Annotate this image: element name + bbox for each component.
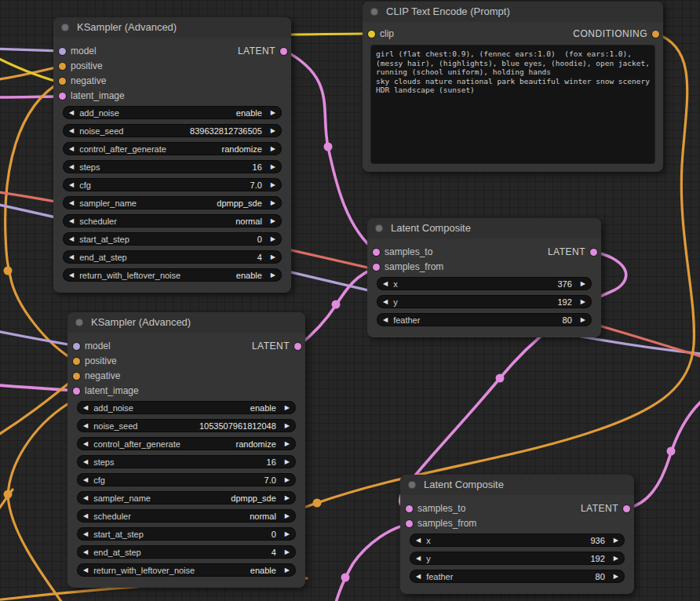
widget-end_at_step[interactable]: ◀end_at_step4▶ <box>77 545 296 559</box>
collapse-dot-icon[interactable] <box>75 319 83 326</box>
input-port-positive[interactable] <box>59 63 66 70</box>
widget-steps[interactable]: ◀steps16▶ <box>77 455 296 468</box>
widget-left-arrow-icon[interactable]: ◀ <box>69 178 74 191</box>
widget-control_after_generate[interactable]: ◀control_after_generaterandomize▶ <box>77 437 296 450</box>
input-port-clip[interactable] <box>368 31 375 38</box>
node-title-bar[interactable]: Latent Composite <box>367 218 601 239</box>
widget-left-arrow-icon[interactable]: ◀ <box>83 455 88 468</box>
input-port-model[interactable] <box>59 48 66 55</box>
widget-right-arrow-icon[interactable]: ▶ <box>271 250 275 264</box>
link-midpoint-dot[interactable] <box>324 143 333 151</box>
node-title-bar[interactable]: KSampler (Advanced) <box>53 17 291 38</box>
widget-right-arrow-icon[interactable]: ▶ <box>285 545 290 559</box>
widget-right-arrow-icon[interactable]: ▶ <box>614 570 618 583</box>
collapse-dot-icon[interactable] <box>375 224 383 232</box>
link-midpoint-dot[interactable] <box>313 499 322 508</box>
widget-right-arrow-icon[interactable]: ▶ <box>285 563 290 577</box>
widget-left-arrow-icon[interactable]: ◀ <box>83 527 88 541</box>
widget-left-arrow-icon[interactable]: ◀ <box>69 160 74 173</box>
widget-left-arrow-icon[interactable]: ◀ <box>383 295 388 308</box>
widget-right-arrow-icon[interactable]: ▶ <box>285 527 290 541</box>
widget-right-arrow-icon[interactable]: ▶ <box>271 142 275 155</box>
link-midpoint-dot[interactable] <box>496 374 505 383</box>
input-port-negative[interactable] <box>73 373 80 380</box>
widget-left-arrow-icon[interactable]: ◀ <box>383 277 388 290</box>
widget-control_after_generate[interactable]: ◀control_after_generaterandomize▶ <box>63 142 282 155</box>
widget-right-arrow-icon[interactable]: ▶ <box>285 473 290 486</box>
widget-right-arrow-icon[interactable]: ▶ <box>285 509 290 523</box>
widget-right-arrow-icon[interactable]: ▶ <box>271 106 275 119</box>
widget-y[interactable]: ◀y192▶ <box>410 552 625 565</box>
node-title-bar[interactable]: KSampler (Advanced) <box>67 312 305 333</box>
widget-x[interactable]: ◀x376▶ <box>377 277 592 290</box>
input-port-samples_to[interactable] <box>406 505 413 512</box>
input-port-model[interactable] <box>73 343 80 350</box>
widget-right-arrow-icon[interactable]: ▶ <box>271 232 275 246</box>
prompt-textarea[interactable]: girl (flat chest:0.9), (fennec ears:1.0)… <box>370 45 655 164</box>
widget-left-arrow-icon[interactable]: ◀ <box>69 268 74 282</box>
collapse-dot-icon[interactable] <box>61 24 69 31</box>
widget-left-arrow-icon[interactable]: ◀ <box>83 545 88 559</box>
input-port-samples_from[interactable] <box>373 264 380 271</box>
widget-left-arrow-icon[interactable]: ◀ <box>69 124 74 137</box>
widget-right-arrow-icon[interactable]: ▶ <box>285 491 290 504</box>
widget-left-arrow-icon[interactable]: ◀ <box>83 491 88 504</box>
widget-right-arrow-icon[interactable]: ▶ <box>581 295 585 308</box>
widget-feather[interactable]: ◀feather80▶ <box>410 570 625 583</box>
input-port-samples_from[interactable] <box>406 520 413 527</box>
widget-left-arrow-icon[interactable]: ◀ <box>69 106 74 119</box>
widget-noise_seed[interactable]: ◀noise_seed839632812736505▶ <box>63 124 282 137</box>
node-title-bar[interactable]: CLIP Text Encode (Prompt) <box>363 2 663 22</box>
widget-left-arrow-icon[interactable]: ◀ <box>416 534 421 547</box>
input-port-positive[interactable] <box>73 358 80 365</box>
widget-left-arrow-icon[interactable]: ◀ <box>69 232 74 246</box>
link-midpoint-dot[interactable] <box>667 447 676 456</box>
widget-steps[interactable]: ◀steps16▶ <box>63 160 282 173</box>
widget-return_with_leftover_noise[interactable]: ◀return_with_leftover_noiseenable▶ <box>63 268 282 282</box>
widget-return_with_leftover_noise[interactable]: ◀return_with_leftover_noiseenable▶ <box>77 563 296 577</box>
link-midpoint-dot[interactable] <box>341 574 350 582</box>
collapse-dot-icon[interactable] <box>408 481 416 489</box>
widget-feather[interactable]: ◀feather80▶ <box>377 313 592 326</box>
widget-left-arrow-icon[interactable]: ◀ <box>69 196 74 209</box>
widget-right-arrow-icon[interactable]: ▶ <box>271 160 275 173</box>
widget-x[interactable]: ◀x936▶ <box>410 534 625 547</box>
widget-left-arrow-icon[interactable]: ◀ <box>83 419 88 432</box>
widget-left-arrow-icon[interactable]: ◀ <box>69 250 74 264</box>
link-midpoint-dot[interactable] <box>4 267 13 275</box>
widget-right-arrow-icon[interactable]: ▶ <box>285 455 290 468</box>
widget-left-arrow-icon[interactable]: ◀ <box>416 552 421 565</box>
widget-left-arrow-icon[interactable]: ◀ <box>383 313 388 326</box>
widget-right-arrow-icon[interactable]: ▶ <box>285 437 290 450</box>
widget-start_at_step[interactable]: ◀start_at_step0▶ <box>63 232 282 246</box>
widget-left-arrow-icon[interactable]: ◀ <box>83 401 88 414</box>
widget-y[interactable]: ◀y192▶ <box>377 295 592 308</box>
widget-noise_seed[interactable]: ◀noise_seed1053507961812048▶ <box>77 419 296 432</box>
widget-right-arrow-icon[interactable]: ▶ <box>271 124 275 137</box>
widget-cfg[interactable]: ◀cfg7.0▶ <box>77 473 296 486</box>
input-port-negative[interactable] <box>59 78 66 85</box>
widget-left-arrow-icon[interactable]: ◀ <box>83 473 88 486</box>
widget-scheduler[interactable]: ◀schedulernormal▶ <box>63 214 282 228</box>
widget-end_at_step[interactable]: ◀end_at_step4▶ <box>63 250 282 264</box>
widget-right-arrow-icon[interactable]: ▶ <box>614 534 618 547</box>
widget-right-arrow-icon[interactable]: ▶ <box>271 268 275 282</box>
input-port-samples_to[interactable] <box>373 249 380 256</box>
collapse-dot-icon[interactable] <box>370 8 378 16</box>
widget-right-arrow-icon[interactable]: ▶ <box>271 214 275 228</box>
widget-right-arrow-icon[interactable]: ▶ <box>581 313 585 326</box>
widget-add_noise[interactable]: ◀add_noiseenable▶ <box>77 401 296 414</box>
widget-right-arrow-icon[interactable]: ▶ <box>271 196 275 209</box>
widget-sampler_name[interactable]: ◀sampler_namedpmpp_sde▶ <box>77 491 296 504</box>
widget-sampler_name[interactable]: ◀sampler_namedpmpp_sde▶ <box>63 196 282 209</box>
input-port-latent_image[interactable] <box>59 93 66 100</box>
widget-left-arrow-icon[interactable]: ◀ <box>416 570 421 583</box>
widget-right-arrow-icon[interactable]: ▶ <box>271 178 275 191</box>
widget-right-arrow-icon[interactable]: ▶ <box>614 552 618 565</box>
widget-right-arrow-icon[interactable]: ▶ <box>581 277 585 290</box>
widget-cfg[interactable]: ◀cfg7.0▶ <box>63 178 282 191</box>
link-midpoint-dot[interactable] <box>332 300 341 309</box>
widget-left-arrow-icon[interactable]: ◀ <box>69 142 74 155</box>
widget-right-arrow-icon[interactable]: ▶ <box>285 419 290 432</box>
node-title-bar[interactable]: Latent Composite <box>400 475 634 495</box>
